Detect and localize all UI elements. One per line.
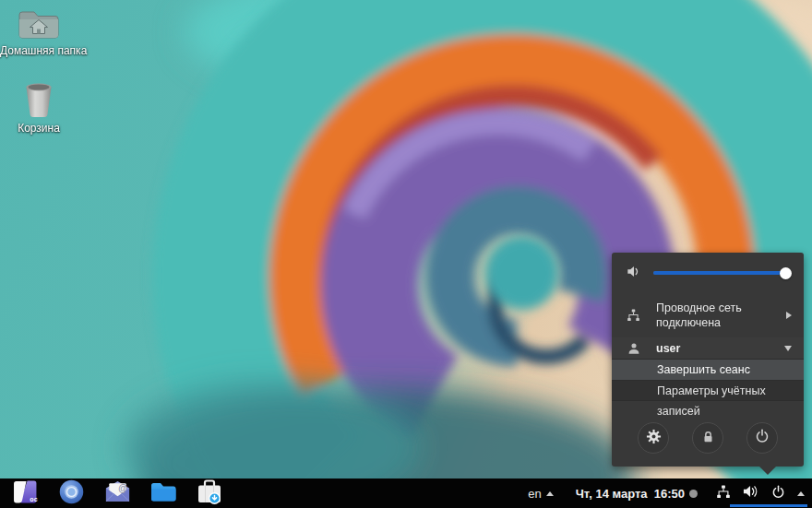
desktop-icon-label: Домашняя папка bbox=[0, 44, 78, 57]
volume-slider[interactable] bbox=[653, 271, 789, 275]
gear-icon bbox=[646, 429, 662, 448]
chevron-up-icon bbox=[546, 491, 554, 496]
home-folder-icon bbox=[0, 7, 78, 41]
power-icon bbox=[771, 485, 785, 502]
network-status-text: Проводное сеть подключена bbox=[656, 301, 742, 330]
volume-row bbox=[612, 253, 804, 293]
network-menu-item[interactable]: Проводное сеть подключена bbox=[612, 293, 804, 337]
menu-item-logout[interactable]: Завершить сеанс bbox=[612, 359, 804, 380]
office-app-button[interactable]: oc bbox=[9, 480, 41, 506]
files-folder-icon bbox=[150, 481, 176, 506]
software-app-button[interactable] bbox=[194, 480, 225, 506]
clock[interactable]: Чт, 14 марта 16:50 bbox=[576, 487, 685, 501]
user-menu-item[interactable]: user bbox=[612, 337, 804, 359]
wired-network-icon bbox=[627, 309, 640, 322]
system-menu-tail bbox=[759, 467, 776, 475]
lock-icon bbox=[701, 430, 715, 447]
lock-button[interactable] bbox=[692, 422, 723, 454]
taskbar-tray: en Чт, 14 марта 16:50 bbox=[528, 484, 812, 502]
keyboard-layout-indicator[interactable]: en bbox=[528, 487, 553, 501]
settings-button[interactable] bbox=[638, 422, 669, 454]
person-icon bbox=[627, 342, 640, 355]
menu-item-account-settings[interactable]: Параметры учётных записей bbox=[612, 380, 804, 401]
taskbar: oc bbox=[0, 478, 812, 508]
desktop-icon-label: Корзина bbox=[0, 122, 78, 135]
mail-app-button[interactable]: @ bbox=[102, 480, 133, 506]
open-menu-underline bbox=[730, 504, 807, 507]
volume-slider-knob[interactable] bbox=[780, 267, 792, 279]
screen: Домашняя папка bbox=[0, 0, 812, 508]
office-app-icon bbox=[13, 479, 38, 508]
menu-up-arrow-icon bbox=[797, 491, 805, 496]
volume-icon bbox=[743, 484, 759, 502]
files-app-button[interactable] bbox=[148, 480, 179, 506]
notifications-dot-icon bbox=[689, 490, 698, 498]
desktop-icon-trash[interactable]: Корзина bbox=[0, 81, 78, 135]
desktop-icon-home[interactable]: Домашняя папка bbox=[0, 7, 78, 57]
keyboard-layout-label: en bbox=[528, 487, 541, 501]
menu-actions bbox=[612, 422, 804, 454]
power-button[interactable] bbox=[746, 422, 778, 454]
chromium-icon bbox=[59, 479, 84, 508]
power-icon bbox=[755, 429, 770, 447]
user-name: user bbox=[656, 342, 680, 355]
taskbar-apps: oc bbox=[0, 480, 225, 506]
volume-slider-fill bbox=[653, 271, 785, 275]
speaker-icon bbox=[627, 265, 641, 282]
system-menu-button[interactable] bbox=[716, 484, 805, 502]
trash-icon bbox=[0, 81, 78, 118]
chevron-right-icon bbox=[786, 312, 792, 319]
system-menu: Проводное сеть подключена user Завершить… bbox=[612, 253, 804, 467]
chromium-app-button[interactable] bbox=[55, 480, 87, 506]
office-badge-label: oc bbox=[30, 496, 38, 502]
network-icon bbox=[716, 485, 731, 502]
chevron-down-icon bbox=[784, 346, 792, 351]
software-store-icon bbox=[197, 479, 222, 508]
mail-at-label: @ bbox=[118, 483, 127, 493]
